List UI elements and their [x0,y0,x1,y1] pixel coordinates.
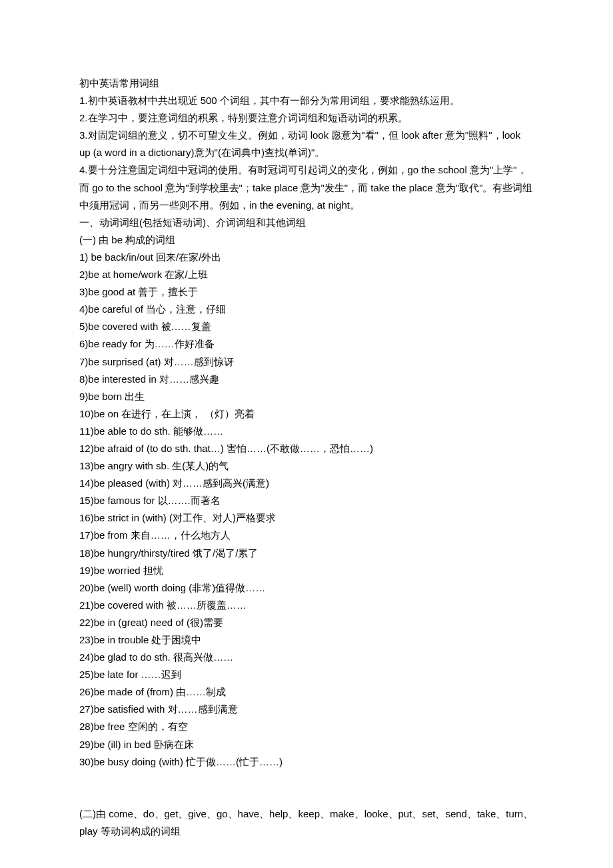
text-line: 29)be (ill) in bed 卧病在床 [79,736,534,753]
text-line: 13)be angry with sb. 生(某人)的气 [79,457,534,475]
text-line: 一、动词词组(包括短语动词)、介词词组和其他词组 [79,214,534,231]
text-line: 4.要十分注意固定词组中冠词的使用。有时冠词可引起词义的变化，例如，go the… [79,161,534,213]
text-line: 8)be interested in 对……感兴趣 [79,371,534,388]
text-line: 21)be covered with 被……所覆盖…… [79,597,534,614]
text-line: 1.初中英语教材中共出现近 500 个词组，其中有一部分为常用词组，要求能熟练运… [79,92,534,109]
text-line: 20)be (well) worth doing (非常)值得做…… [79,579,534,597]
text-line: 7)be surprised (at) 对……感到惊讶 [79,353,534,371]
text-line: 4)be careful of 当心，注意，仔细 [79,301,534,318]
text-line [79,771,534,788]
text-line [79,788,534,805]
text-line: 16)be strict in (with) (对工作、对人)严格要求 [79,509,534,527]
document-page: 初中英语常用词组 1.初中英语教材中共出现近 500 个词组，其中有一部分为常用… [0,0,613,868]
text-line: (二)由 come、do、get、give、go、have、help、keep、… [79,805,534,840]
text-line: 9)be born 出生 [79,388,534,405]
text-line: 24)be glad to do sth. 很高兴做…… [79,649,534,666]
text-line: 6)be ready for 为……作好准备 [79,335,534,353]
text-line: 10)be on 在进行，在上演， （灯）亮着 [79,405,534,423]
text-line: 28)be free 空闲的，有空 [79,718,534,735]
text-line: 初中英语常用词组 [79,75,534,92]
text-line: 15)be famous for 以…….而著名 [79,492,534,509]
text-line: 2.在学习中，要注意词组的积累，特别要注意介词词组和短语动词的积累。 [79,109,534,127]
text-line: 3)be good at 善于，擅长于 [79,283,534,301]
text-line: 26)be made of (from) 由……制成 [79,683,534,701]
text-line: 23)be in trouble 处于困境中 [79,631,534,649]
text-line: 2)be at home/work 在家/上班 [79,266,534,283]
text-line: 1) be back/in/out 回来/在家/外出 [79,249,534,266]
text-line: 5)be covered with 被……复盖 [79,318,534,335]
text-line: (一) 由 be 构成的词组 [79,231,534,249]
text-line: 30)be busy doing (with) 忙于做……(忙于……) [79,753,534,771]
text-line: 17)be from 来自……，什么地方人 [79,527,534,544]
text-line: 27)be satisfied with 对……感到满意 [79,701,534,718]
text-line: 12)be afraid of (to do sth. that…) 害怕……(… [79,440,534,457]
text-line: 25)be late for ……迟到 [79,666,534,683]
text-line: 22)be in (great) need of (很)需要 [79,614,534,631]
text-line: 19)be worried 担忧 [79,562,534,579]
text-line: 18)be hungry/thirsty/tired 饿了/渴了/累了 [79,545,534,562]
text-line: 3.对固定词组的意义，切不可望文生义。例如，动词 look 愿意为"看"，但 l… [79,127,534,161]
text-line: 11)be able to do sth. 能够做…… [79,423,534,440]
text-line: 14)be pleased (with) 对……感到高兴(满意) [79,475,534,492]
